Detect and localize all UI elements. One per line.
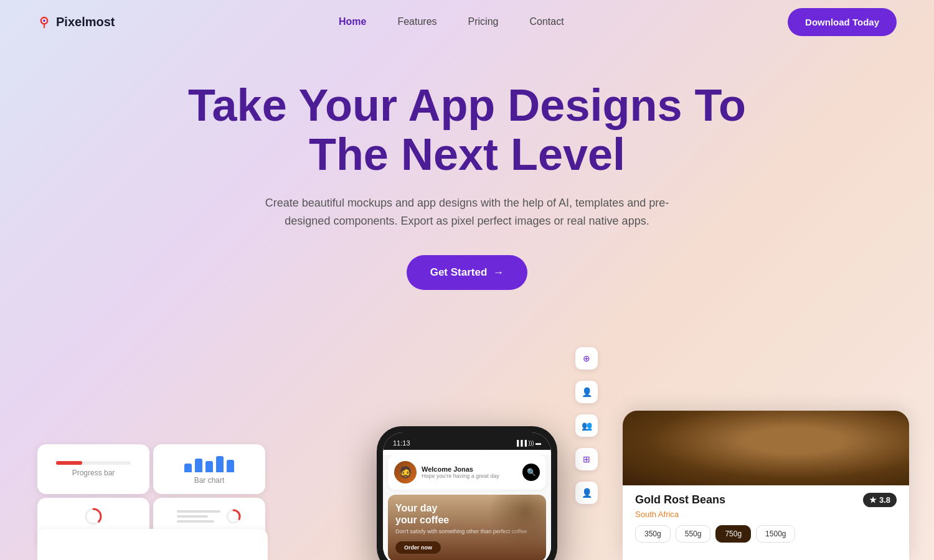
product-title-row: Gold Rost Beans ★ 3.8 [635, 493, 897, 507]
side-icon-4[interactable]: ⊞ [575, 448, 598, 470]
phone-avatar: 🧔 [394, 461, 417, 483]
product-beans-bg [623, 411, 909, 485]
progress-bar-label: Progress bar [72, 469, 115, 477]
nav-contact[interactable]: Contact [529, 16, 564, 27]
hero-heading-line1: Take Your App Designs To [188, 80, 746, 130]
text-lines [177, 510, 220, 523]
bar-1 [184, 464, 192, 472]
bar-chart-mini [184, 454, 234, 472]
arrow-icon: → [493, 266, 504, 279]
logo-text: Pixelmost [56, 15, 115, 29]
text-line-2 [177, 515, 208, 518]
bar-4 [216, 456, 224, 472]
logo-icon [37, 15, 51, 29]
text-line-3 [177, 520, 214, 523]
weight-1500g[interactable]: 1500g [756, 525, 795, 543]
coffee-line2: your coffee [395, 515, 449, 525]
circle-progress-svg [83, 506, 103, 526]
product-card: Gold Rost Beans ★ 3.8 South Africa 350g … [623, 411, 909, 560]
widget-progress-bar[interactable]: Progress bar [37, 444, 149, 494]
progress-bar-track [56, 461, 131, 465]
bar-3 [205, 461, 213, 472]
search-icon: 🔍 [527, 468, 536, 477]
phone-notch [438, 436, 488, 450]
side-icon-3[interactable]: 👥 [575, 414, 598, 437]
product-subtitle: South Africa [635, 510, 897, 519]
nav-features[interactable]: Features [397, 16, 436, 27]
side-icon-1[interactable]: ⊕ [575, 347, 598, 370]
coffee-bg-decoration [478, 495, 546, 551]
phone-status-bar: 11:13 ▐▐▐ ))) ▬ [383, 432, 551, 450]
text-line-1 [177, 510, 220, 513]
coffee-line1: Your day [395, 503, 437, 513]
phone-welcome-card: 🧔 Welcome Jonas Hope you're having a gre… [388, 455, 546, 490]
download-today-button[interactable]: Download Today [788, 8, 897, 36]
bar-2 [195, 459, 202, 472]
bottom-left-extra-panel [37, 529, 268, 560]
product-image [623, 411, 909, 485]
widget-bar-chart[interactable]: Bar chart [153, 444, 265, 494]
svg-point-2 [43, 19, 45, 22]
phone-screen: 11:13 ▐▐▐ ))) ▬ 🧔 Welcome Jonas Hope you… [383, 432, 551, 560]
hero-heading-line2: The Next Level [309, 129, 625, 179]
rating-value: 3.8 [879, 495, 890, 505]
hero-heading: Take Your App Designs To The Next Level [187, 81, 747, 179]
nav-pricing[interactable]: Pricing [468, 16, 499, 27]
progress-bar-fill [56, 461, 82, 465]
text-circle-bar-content [177, 508, 242, 525]
hero-section: Take Your App Designs To The Next Level … [0, 44, 934, 290]
nav-home[interactable]: Home [339, 16, 366, 27]
welcome-subtitle: Hope you're having a great day [422, 473, 499, 479]
side-icon-5[interactable]: 👤 [575, 482, 598, 504]
star-icon: ★ [869, 495, 877, 505]
phone-signal-icons: ▐▐▐ ))) ▬ [515, 440, 541, 446]
bar-chart-label: Bar chart [194, 476, 225, 485]
logo[interactable]: Pixelmost [37, 15, 115, 29]
weight-550g[interactable]: 550g [676, 525, 711, 543]
phone-search-button[interactable]: 🔍 [522, 464, 540, 481]
bottom-area: Progress bar Bar chart Circle progress-b… [0, 398, 934, 560]
small-circle-icon [225, 508, 242, 525]
product-title: Gold Rost Beans [635, 493, 725, 506]
product-info: Gold Rost Beans ★ 3.8 South Africa 350g … [623, 485, 909, 550]
coffee-card: Your day your coffee Don't satisfy with … [388, 495, 546, 560]
hero-subtitle: Create beautiful mockups and app designs… [262, 194, 672, 230]
product-rating: ★ 3.8 [863, 493, 897, 507]
bar-5 [227, 460, 234, 472]
phone-welcome-text: Welcome Jonas Hope you're having a great… [422, 465, 499, 479]
weight-750g[interactable]: 750g [715, 525, 751, 543]
get-started-label: Get Started [430, 266, 488, 279]
phone-outer: 11:13 ▐▐▐ ))) ▬ 🧔 Welcome Jonas Hope you… [377, 426, 557, 560]
order-now-button[interactable]: Order now [395, 541, 441, 554]
phone-side-icons: ⊕ 👤 👥 ⊞ 👤 [575, 347, 598, 504]
weight-options: 350g 550g 750g 1500g [635, 525, 897, 543]
side-icon-2[interactable]: 👤 [575, 381, 598, 403]
phone-content: 🧔 Welcome Jonas Hope you're having a gre… [383, 455, 551, 560]
phone-mockup: 11:13 ▐▐▐ ))) ▬ 🧔 Welcome Jonas Hope you… [377, 426, 557, 560]
weight-350g[interactable]: 350g [635, 525, 671, 543]
get-started-button[interactable]: Get Started → [407, 255, 528, 290]
nav-links: Home Features Pricing Contact [339, 16, 564, 27]
navbar: Pixelmost Home Features Pricing Contact … [0, 0, 934, 44]
phone-time: 11:13 [393, 439, 410, 447]
welcome-title: Welcome Jonas [422, 465, 499, 473]
